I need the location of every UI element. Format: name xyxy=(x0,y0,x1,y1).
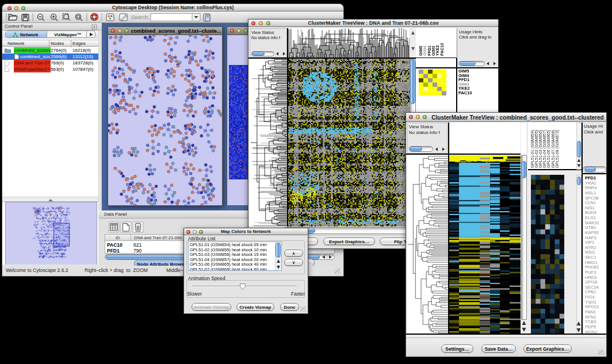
svg-text:Search:: Search: xyxy=(131,14,149,20)
